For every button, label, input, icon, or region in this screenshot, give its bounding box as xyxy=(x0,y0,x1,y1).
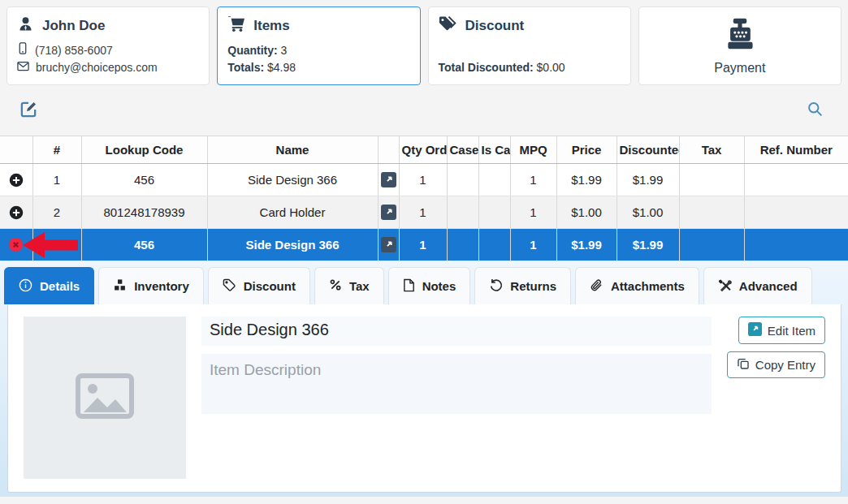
undo-icon xyxy=(489,278,503,295)
table-row-selected[interactable]: 3 456 Side Design 366 1 1 $1.99 $1.99 xyxy=(0,229,848,261)
cash-register-icon xyxy=(721,17,759,56)
expand-row-icon[interactable] xyxy=(9,205,24,220)
payment-card[interactable]: Payment xyxy=(638,6,842,85)
tags-icon xyxy=(439,15,457,36)
copy-entry-button[interactable]: Copy Entry xyxy=(727,351,825,378)
cart-icon xyxy=(227,15,245,36)
details-panel: Side Design 366 Item Description Edit It… xyxy=(7,304,842,493)
search-icon xyxy=(807,101,824,120)
user-icon xyxy=(17,15,34,37)
quantity-value: 3 xyxy=(281,44,288,57)
col-name: Name xyxy=(207,136,378,164)
discount-card[interactable]: Discount Total Discounted: $0.00 xyxy=(428,6,631,85)
tab-tax[interactable]: Tax xyxy=(314,267,384,304)
info-icon xyxy=(19,278,32,295)
payment-card-title: Payment xyxy=(714,61,765,75)
col-tax: Tax xyxy=(679,136,744,164)
tab-returns[interactable]: Returns xyxy=(474,267,571,304)
col-is-case: Is Case xyxy=(478,136,510,164)
col-mpq: MPQ xyxy=(510,136,556,164)
customer-email: bruchy@choicepos.com xyxy=(36,59,158,76)
item-detail-section: Details Inventory Discount Tax Notes xyxy=(0,261,848,497)
tab-notes[interactable]: Notes xyxy=(388,267,471,304)
customer-name: John Doe xyxy=(42,18,105,34)
table-toolbar xyxy=(6,85,842,136)
tab-attachments[interactable]: Attachments xyxy=(575,267,699,304)
detail-actions: Edit Item Copy Entry xyxy=(727,317,825,480)
percent-icon xyxy=(329,278,342,294)
item-fields: Side Design 366 Item Description xyxy=(201,317,712,480)
tab-discount[interactable]: Discount xyxy=(208,267,310,304)
col-ref-number: Ref. Number xyxy=(744,136,848,164)
table-row[interactable]: 2 801248178939 Card Holder 1 1 $1.00 $1.… xyxy=(0,196,848,229)
col-discounted: Discounted xyxy=(617,136,679,164)
item-image-placeholder xyxy=(24,317,186,479)
paperclip-icon xyxy=(590,278,604,295)
item-description-field[interactable]: Item Description xyxy=(201,354,712,414)
total-discounted-label: Total Discounted: xyxy=(439,61,534,74)
open-item-icon[interactable] xyxy=(381,205,396,220)
customer-card[interactable]: John Doe (718) 858-6007 xyxy=(6,6,210,85)
edit-item-icon xyxy=(748,322,762,338)
tab-advanced[interactable]: Advanced xyxy=(703,267,812,304)
copy-icon xyxy=(737,357,750,373)
quantity-label: Quantity: xyxy=(227,44,277,57)
col-link xyxy=(378,136,399,164)
tag-icon xyxy=(223,278,236,295)
table-header-row: # Lookup Code Name Qty Ordered Cases Is … xyxy=(0,136,848,164)
expand-row-icon[interactable] xyxy=(9,173,24,187)
total-discounted-value: $0.00 xyxy=(537,61,565,74)
remove-row-icon[interactable] xyxy=(8,237,24,252)
summary-cards: John Doe (718) 858-6007 xyxy=(6,6,842,85)
edit-order-button[interactable] xyxy=(19,100,38,121)
col-expand xyxy=(0,136,32,164)
email-icon xyxy=(17,59,29,76)
items-card[interactable]: Items Quantity: 3 Totals: $4.98 xyxy=(217,6,420,85)
customer-phone: (718) 858-6007 xyxy=(35,42,113,59)
order-items-table: # Lookup Code Name Qty Ordered Cases Is … xyxy=(0,136,848,261)
open-item-icon[interactable] xyxy=(381,237,396,252)
table-row[interactable]: 1 456 Side Design 366 1 1 $1.99 $1.99 xyxy=(0,164,848,196)
edit-item-button[interactable]: Edit Item xyxy=(738,317,825,344)
items-card-title: Items xyxy=(253,18,289,34)
tab-details[interactable]: Details xyxy=(4,267,94,304)
tools-icon xyxy=(718,278,732,295)
col-cases: Cases xyxy=(447,136,478,164)
totals-label: Totals: xyxy=(227,61,264,74)
search-button[interactable] xyxy=(807,101,824,120)
col-price: Price xyxy=(556,136,617,164)
item-name-field[interactable]: Side Design 366 xyxy=(201,317,712,346)
col-lookup-code: Lookup Code xyxy=(81,136,207,164)
tab-inventory[interactable]: Inventory xyxy=(98,267,204,304)
detail-tabs: Details Inventory Discount Tax Notes xyxy=(0,267,848,304)
top-section: John Doe (718) 858-6007 xyxy=(0,0,848,136)
discount-card-title: Discount xyxy=(465,18,525,34)
col-qty-ordered: Qty Ordered xyxy=(399,136,447,164)
phone-icon xyxy=(17,42,28,59)
open-item-icon[interactable] xyxy=(381,172,396,187)
file-icon xyxy=(403,278,415,295)
boxes-icon xyxy=(113,278,127,295)
col-num: # xyxy=(32,136,81,164)
totals-value: $4.98 xyxy=(267,61,296,74)
edit-pencil-square-icon xyxy=(19,100,38,121)
image-icon xyxy=(76,373,134,422)
